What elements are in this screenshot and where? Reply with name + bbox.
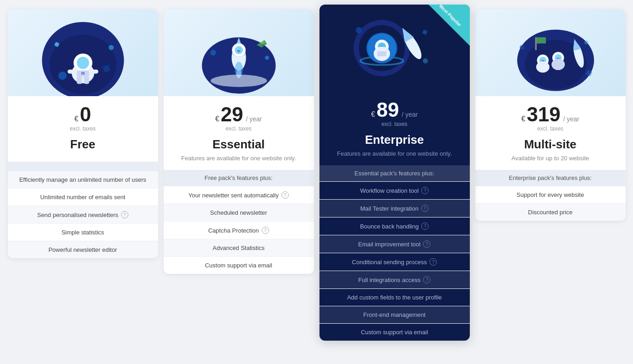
feature-item: Efficiently manage an unlimited number o… [8, 171, 158, 188]
price-period: / year [246, 115, 262, 123]
svg-point-42 [423, 58, 428, 63]
svg-rect-6 [67, 70, 77, 74]
features-list: Enterprise pack's features plus: Support… [475, 170, 626, 221]
feature-item: Unlimited number of emails sent [8, 188, 158, 206]
feature-text: Custom support via email [205, 262, 272, 269]
feature-text: Front-end management [363, 311, 426, 318]
feature-text: Mail Tester integration [360, 205, 418, 212]
plan-header: € 89 / year excl. taxes Enterprise Featu… [319, 92, 470, 165]
price-period: / year [563, 115, 579, 123]
feature-text: Scheduled newsletter [210, 209, 267, 216]
plan-card-free: M € 0 excl. taxes Free Efficiently manag… [8, 9, 158, 258]
feature-text: Advanced Statistics [213, 244, 264, 251]
feature-text: Conditional sending process [352, 259, 427, 266]
feature-text: Unlimited number of emails sent [40, 194, 126, 201]
svg-point-4 [77, 57, 89, 69]
help-icon[interactable]: ? [423, 276, 430, 283]
currency-symbol: € [74, 115, 78, 123]
feature-item: Scheduled newsletter [164, 204, 314, 221]
feature-text: Powerful newsletter editor [49, 246, 117, 253]
help-icon[interactable]: ? [421, 205, 429, 212]
price-amount: 0 [80, 104, 91, 125]
feature-text: Add custom fields to the user profile [347, 294, 442, 301]
feature-text: Full integrations access [358, 277, 421, 283]
feature-text: Support for every website [517, 191, 584, 198]
feature-text: Your newsletter sent automatically [188, 192, 279, 199]
feature-item: Simple statistics [8, 223, 158, 241]
plan-subtitle: Features are available for one website o… [173, 154, 305, 163]
plan-illustration: M M [475, 9, 626, 96]
plan-header: € 319 / year excl. taxes Multi-site Avai… [475, 96, 626, 170]
svg-point-60 [584, 40, 588, 44]
feature-text: Custom support via email [361, 329, 428, 336]
feature-text: Bounce back handling [360, 223, 419, 230]
plan-name: Free [17, 137, 149, 152]
features-list: Free pack's features plus: Your newslett… [164, 170, 314, 274]
feature-item: Full integrations access? [319, 271, 470, 288]
help-icon[interactable]: ? [121, 211, 128, 218]
section-header: Free pack's features plus: [164, 170, 314, 186]
feature-item: Your newsletter sent automatically? [164, 186, 314, 204]
plan-illustration: M [8, 9, 158, 96]
pricing-container: M € 0 excl. taxes Free Efficiently manag… [5, 9, 628, 341]
svg-rect-8 [77, 77, 82, 84]
most-popular-badge: Most Popular [429, 5, 470, 46]
feature-item: Discounted price [475, 203, 626, 221]
svg-rect-57 [536, 37, 545, 43]
feature-item: Custom support via email [164, 256, 314, 274]
help-icon[interactable]: ? [421, 187, 429, 194]
feature-item: Support for every website [475, 186, 626, 203]
currency-symbol: € [215, 115, 220, 123]
help-icon[interactable]: ? [423, 240, 430, 248]
price-row: € 319 / year [484, 104, 616, 125]
price-amount: 29 [220, 104, 243, 125]
section-header [8, 162, 158, 171]
plan-name: Multi-site [484, 137, 616, 152]
price-amount: 89 [376, 100, 399, 120]
plan-header: € 0 excl. taxes Free [8, 96, 158, 162]
price-row: € 29 / year [173, 104, 305, 125]
excl-taxes: excl. taxes [17, 125, 149, 132]
feature-item: Send personalised newsletters? [8, 206, 158, 223]
feature-text: Workflow creation tool [360, 187, 419, 194]
currency-symbol: € [371, 110, 375, 119]
svg-point-49 [536, 61, 549, 73]
plan-subtitle: Available for up to 20 website [484, 154, 616, 163]
price-amount: 319 [527, 104, 560, 125]
features-list: Essential pack's features plus: Workflow… [319, 165, 470, 341]
plan-name: Essential [173, 137, 305, 152]
feature-item: Advanced Statistics [164, 239, 314, 256]
plan-subtitle: Features are available for one website o… [329, 150, 461, 158]
section-header: Essential pack's features plus: [319, 165, 470, 181]
price-period: / year [402, 111, 418, 118]
svg-point-12 [108, 45, 113, 50]
plan-name: Enterprise [329, 133, 461, 147]
feature-item: Powerful newsletter editor [8, 241, 158, 258]
svg-rect-38 [377, 51, 386, 56]
help-icon[interactable]: ? [421, 223, 429, 230]
svg-point-27 [265, 56, 269, 60]
feature-item: Mail Tester integration? [319, 199, 470, 217]
svg-text:M: M [81, 71, 84, 76]
plan-card-multisite: M M € 319 / year excl. taxes [475, 9, 626, 221]
svg-point-41 [356, 27, 362, 33]
svg-point-13 [58, 71, 66, 80]
feature-item: Add custom fields to the user profile [319, 288, 470, 306]
feature-item: Custom support via email [319, 323, 470, 341]
features-list: Efficiently manage an unlimited number o… [8, 162, 158, 258]
help-icon[interactable]: ? [429, 258, 437, 266]
plan-card-enterprise: Most Popular M [319, 5, 470, 341]
svg-rect-43 [422, 30, 427, 35]
feature-text: Captcha Protection [208, 227, 259, 234]
feature-item: Workflow creation tool? [319, 181, 470, 199]
svg-point-58 [519, 45, 524, 50]
help-icon[interactable]: ? [281, 191, 289, 199]
feature-text: Simple statistics [61, 229, 104, 236]
svg-text:M: M [237, 49, 240, 53]
excl-taxes: excl. taxes [484, 125, 616, 132]
feature-item: Bounce back handling? [319, 217, 470, 235]
most-popular-text: Most Popular [435, 5, 465, 31]
currency-symbol: € [521, 115, 525, 123]
help-icon[interactable]: ? [262, 227, 269, 234]
svg-rect-9 [84, 77, 89, 84]
